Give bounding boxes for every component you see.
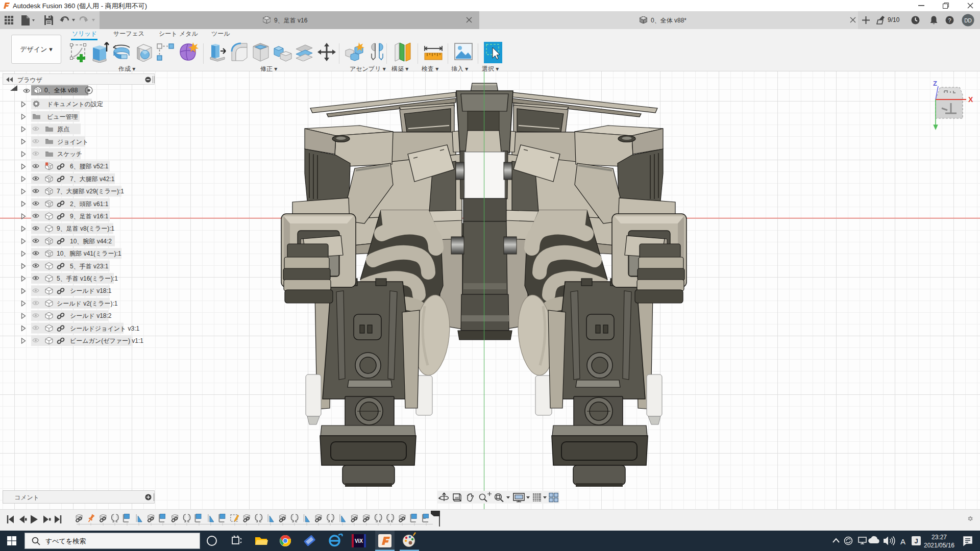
svg-text:0、全体 v88: 0、全体 v88 [44,87,78,94]
svg-text:原点: 原点 [57,126,69,133]
svg-text:7、大腿部 v29(ミラー):1: 7、大腿部 v29(ミラー):1 [57,188,124,195]
svg-text:シールド v2(ミラー):1: シールド v2(ミラー):1 [57,300,118,307]
svg-text:23:27: 23:27 [932,534,947,541]
svg-text:Z: Z [933,80,937,87]
svg-text:ドキュメントの設定: ドキュメントの設定 [47,101,103,108]
svg-text:J: J [914,537,918,545]
svg-text:5、手首 v23:1: 5、手首 v23:1 [70,263,109,270]
svg-text:?: ? [948,17,951,23]
svg-text:9、足首 v16:1: 9、足首 v16:1 [70,213,109,220]
svg-text:9、足首 v8(ミラー):1: 9、足首 v8(ミラー):1 [57,225,115,232]
svg-text:2、頭部 v61:1: 2、頭部 v61:1 [70,201,109,208]
svg-text:ビュー管理: ビュー管理 [47,113,78,120]
svg-text:5、手首 v16(ミラー):1: 5、手首 v16(ミラー):1 [57,275,118,282]
svg-text:2021/05/16: 2021/05/16 [924,542,954,549]
svg-text:ジョイント: ジョイント [57,138,88,145]
svg-text:シールドジョイント v3:1: シールドジョイント v3:1 [70,325,140,332]
svg-text:A: A [900,537,905,546]
svg-text:DD: DD [964,18,971,23]
svg-text:10、腕部 v44:2: 10、腕部 v44:2 [70,238,112,245]
svg-text:スケッチ: スケッチ [57,151,82,158]
svg-text:6、腰部 v52:1: 6、腰部 v52:1 [70,163,109,170]
svg-text:7、大腿部 v42:1: 7、大腿部 v42:1 [70,176,115,183]
svg-text:シールド v18:1: シールド v18:1 [70,287,112,294]
svg-text:10、腕部 v41(ミラー):1: 10、腕部 v41(ミラー):1 [57,250,121,257]
svg-text:ビームガン(ゼファー) v1:1: ビームガン(ゼファー) v1:1 [70,337,143,344]
svg-text:シールド v18:2: シールド v18:2 [70,312,112,319]
svg-text:ViX: ViX [355,538,363,544]
svg-text:X: X [968,95,973,104]
